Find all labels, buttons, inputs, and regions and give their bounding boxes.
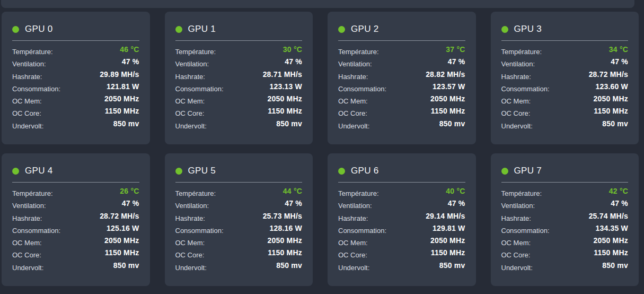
oc-mem-label: OC Mem:: [338, 97, 368, 105]
consommation-value: 123.57 W: [433, 82, 465, 91]
ventilation-label: Ventilation:: [175, 60, 209, 68]
temperature-value: 42 °C: [609, 187, 628, 195]
hashrate-value: 29.89 MH/s: [100, 70, 139, 79]
stat-row-temperature: Température: 37 °C: [338, 46, 465, 58]
gpu-status-online-icon: [175, 26, 182, 33]
hashrate-label: Hashrate:: [501, 73, 531, 81]
stat-row-temperature: Température: 26 °C: [12, 188, 139, 200]
stat-row-ventilation: Ventilation: 47 %: [338, 58, 465, 71]
stat-row-oc-mem: OC Mem: 2050 MHz: [175, 237, 303, 249]
gpu-card: GPU 1 Température: 30 °C Ventilation: 47…: [165, 12, 313, 144]
stat-row-undervolt: Undervolt: 850 mv: [175, 262, 303, 274]
gpu-stats: Température: 34 °C Ventilation: 47 % Has…: [501, 46, 629, 133]
stat-row-consommation: Consommation: 123.13 W: [175, 83, 303, 96]
stat-row-consommation: Consommation: 123.60 W: [501, 83, 629, 96]
gpu-title: GPU 6: [351, 166, 379, 176]
consommation-value: 128.16 W: [269, 224, 302, 232]
stat-row-consommation: Consommation: 129.81 W: [338, 225, 465, 237]
consommation-value: 134.35 W: [595, 224, 628, 232]
oc-mem-label: OC Mem:: [501, 97, 531, 105]
gpu-card-header: GPU 2: [338, 24, 465, 34]
oc-core-value: 1150 MHz: [594, 248, 628, 257]
card-divider: [501, 182, 629, 183]
stat-row-hashrate: Hashrate: 29.14 MH/s: [338, 213, 465, 225]
hashrate-value: 25.73 MH/s: [263, 212, 302, 220]
oc-mem-value: 2050 MHz: [594, 236, 628, 245]
gpu-stats: Température: 37 °C Ventilation: 47 % Has…: [338, 46, 465, 133]
oc-core-label: OC Core:: [338, 109, 367, 117]
gpu-card: GPU 5 Température: 44 °C Ventilation: 47…: [165, 153, 313, 286]
consommation-label: Consommation:: [338, 227, 386, 235]
temperature-value: 34 °C: [609, 45, 628, 54]
stat-row-hashrate: Hashrate: 28.82 MH/s: [338, 71, 465, 83]
stat-row-temperature: Température: 40 °C: [338, 188, 465, 200]
gpu-grid: GPU 0 Température: 46 °C Ventilation: 47…: [2, 12, 639, 286]
ventilation-value: 47 %: [448, 199, 465, 207]
ventilation-value: 47 %: [611, 57, 628, 66]
oc-mem-value: 2050 MHz: [268, 94, 302, 103]
gpu-card-header: GPU 5: [175, 166, 303, 176]
gpu-title: GPU 0: [25, 24, 53, 34]
stat-row-consommation: Consommation: 121.81 W: [12, 83, 139, 96]
temperature-value: 44 °C: [283, 187, 302, 195]
consommation-label: Consommation:: [338, 85, 386, 93]
undervolt-label: Undervolt:: [175, 122, 207, 130]
stat-row-undervolt: Undervolt: 850 mv: [12, 120, 139, 133]
stat-row-oc-core: OC Core: 1150 MHz: [338, 249, 465, 262]
ventilation-value: 47 %: [122, 57, 139, 66]
stat-row-consommation: Consommation: 123.57 W: [338, 83, 465, 96]
temperature-label: Température:: [501, 48, 542, 56]
oc-core-value: 1150 MHz: [105, 107, 139, 115]
consommation-value: 123.60 W: [595, 82, 628, 91]
oc-core-value: 1150 MHz: [594, 107, 628, 115]
hashrate-label: Hashrate:: [12, 73, 42, 81]
temperature-value: 30 °C: [283, 45, 302, 54]
temperature-value: 46 °C: [120, 45, 139, 54]
gpu-status-online-icon: [12, 26, 19, 33]
gpu-card-header: GPU 0: [12, 24, 139, 34]
stat-row-consommation: Consommation: 125.16 W: [12, 225, 139, 237]
gpu-card: GPU 4 Température: 26 °C Ventilation: 47…: [2, 153, 150, 286]
hashrate-label: Hashrate:: [175, 214, 205, 222]
oc-core-label: OC Core:: [501, 251, 531, 259]
consommation-value: 129.81 W: [433, 224, 465, 232]
consommation-label: Consommation:: [501, 227, 550, 235]
gpu-card-header: GPU 1: [175, 24, 303, 34]
hashrate-label: Hashrate:: [338, 73, 368, 81]
stat-row-undervolt: Undervolt: 850 mv: [175, 120, 303, 133]
temperature-label: Température:: [12, 189, 53, 197]
stat-row-consommation: Consommation: 128.16 W: [175, 225, 303, 237]
gpu-card-header: GPU 6: [338, 166, 465, 176]
stat-row-ventilation: Ventilation: 47 %: [12, 58, 139, 71]
stat-row-ventilation: Ventilation: 47 %: [338, 200, 465, 212]
temperature-label: Température:: [338, 189, 379, 197]
stat-row-hashrate: Hashrate: 28.71 MH/s: [175, 71, 303, 83]
top-panel-edge: [1, 0, 634, 8]
undervolt-label: Undervolt:: [12, 122, 43, 130]
stat-row-hashrate: Hashrate: 25.74 MH/s: [501, 213, 629, 225]
gpu-title: GPU 5: [188, 166, 216, 176]
gpu-title: GPU 1: [188, 24, 216, 34]
card-divider: [175, 40, 303, 41]
gpu-title: GPU 3: [514, 24, 542, 34]
stat-row-oc-mem: OC Mem: 2050 MHz: [338, 96, 465, 108]
oc-mem-label: OC Mem:: [338, 239, 368, 247]
hashrate-value: 25.74 MH/s: [589, 212, 628, 220]
gpu-card-header: GPU 4: [12, 166, 139, 176]
gpu-stats: Température: 26 °C Ventilation: 47 % Has…: [12, 188, 139, 274]
oc-mem-value: 2050 MHz: [594, 94, 628, 103]
temperature-label: Température:: [501, 189, 542, 197]
ventilation-label: Ventilation:: [12, 60, 46, 68]
consommation-value: 123.13 W: [269, 82, 302, 91]
oc-mem-label: OC Mem:: [12, 239, 42, 247]
gpu-status-online-icon: [338, 168, 345, 175]
temperature-value: 37 °C: [446, 45, 465, 54]
undervolt-value: 850 mv: [439, 119, 465, 128]
oc-mem-label: OC Mem:: [501, 239, 531, 247]
stat-row-hashrate: Hashrate: 25.73 MH/s: [175, 213, 303, 225]
stat-row-oc-core: OC Core: 1150 MHz: [501, 108, 629, 120]
oc-mem-label: OC Mem:: [175, 97, 205, 105]
temperature-label: Température:: [175, 48, 216, 56]
gpu-stats: Température: 46 °C Ventilation: 47 % Has…: [12, 46, 139, 133]
oc-mem-value: 2050 MHz: [430, 236, 465, 245]
